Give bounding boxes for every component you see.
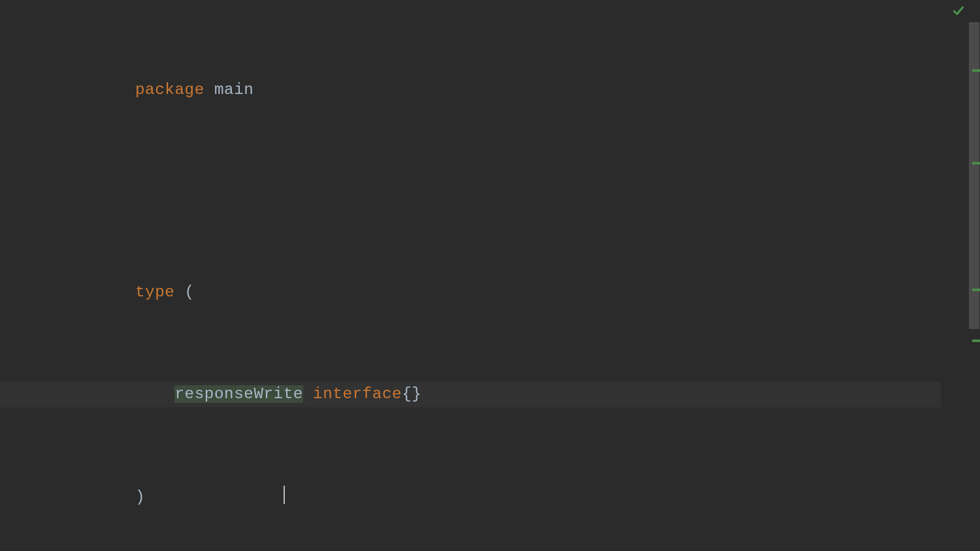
paren-open: (	[185, 283, 195, 301]
scrollbar-thumb[interactable]	[969, 22, 979, 329]
vcs-change-marker[interactable]	[972, 289, 980, 291]
braces: {}	[402, 385, 421, 403]
code-line[interactable]: )	[135, 483, 980, 509]
code-line-empty[interactable]	[135, 179, 980, 204]
code-line[interactable]: package main	[135, 78, 980, 103]
keyword-interface: interface	[313, 385, 402, 403]
text-cursor	[284, 486, 285, 504]
keyword-package: package	[135, 81, 204, 99]
vcs-change-marker[interactable]	[972, 339, 980, 342]
code-line-current[interactable]: responseWrite interface{}	[0, 382, 941, 407]
package-name: main	[214, 81, 253, 99]
ident-responseWrite: responseWrite	[174, 385, 303, 403]
analysis-ok-icon[interactable]	[951, 5, 963, 14]
editor-scrollbar[interactable]	[968, 0, 980, 551]
keyword-type: type	[135, 283, 174, 301]
paren-close: )	[135, 488, 145, 506]
code-editor[interactable]: package main type ( responseWrite interf…	[0, 0, 980, 551]
vcs-change-marker[interactable]	[972, 162, 980, 165]
code-line[interactable]: type (	[135, 280, 980, 306]
vcs-change-marker[interactable]	[972, 69, 980, 72]
